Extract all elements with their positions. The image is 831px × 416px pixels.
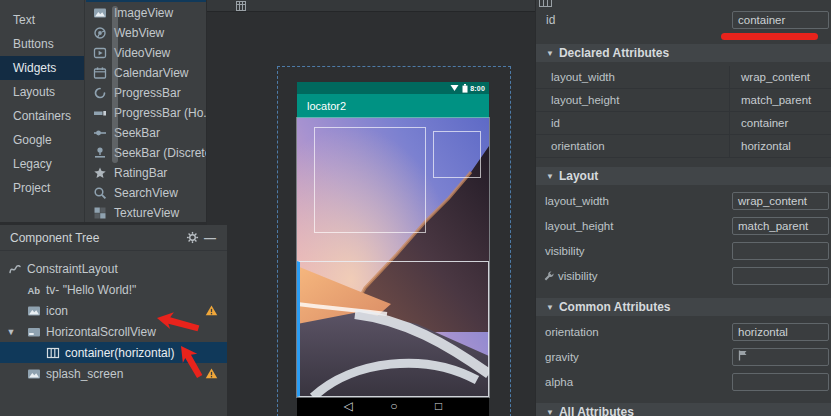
palette-widget-seekbar-discrete[interactable]: SeekBar (Discrete) — [86, 143, 206, 163]
statusbar-time: 8:00 — [470, 85, 485, 92]
red-underline-annotation — [721, 33, 818, 40]
searchview-icon — [93, 186, 107, 200]
app-title: locator2 — [307, 100, 346, 112]
ratingbar-icon — [93, 166, 107, 180]
home-icon: ○ — [390, 397, 397, 416]
device-preview[interactable]: 8:00 locator2 — [297, 82, 489, 416]
section-header[interactable]: ▼Layout — [536, 167, 831, 185]
palette-widget-seekbar[interactable]: SeekBar — [86, 123, 206, 143]
palette-widget-webview[interactable]: WebView — [86, 23, 206, 43]
attribute-input-visibility[interactable] — [732, 267, 829, 285]
attribute-value: wrap_content — [741, 71, 810, 83]
id-input[interactable]: container — [732, 11, 829, 29]
warning-icon[interactable] — [205, 367, 218, 380]
palette-panel: TextButtonsWidgetsLayoutsContainersGoogl… — [0, 0, 207, 222]
attribute-row-layout_width: layout_widthwrap_content — [536, 66, 831, 89]
design-surface[interactable]: 8:00 locator2 — [207, 0, 535, 416]
section-header[interactable]: ▼Declared Attributes — [536, 44, 831, 62]
imageview-content[interactable] — [297, 118, 489, 397]
palette-widget-progressbar-ho[interactable]: ProgressBar (Ho... — [86, 103, 206, 123]
grid-icon[interactable] — [236, 1, 246, 11]
palette-widget-videoview[interactable]: VideoView — [86, 43, 206, 63]
wrench-icon — [543, 270, 555, 282]
horizontalscrollview-icon — [27, 325, 41, 339]
attribute-row-visibility: visibility — [536, 264, 831, 289]
attributes-panel: id container ▼Declared Attributeslayout_… — [535, 0, 831, 416]
attribute-value: horizontal — [741, 140, 791, 152]
component-tree-rows: ConstraintLayoutAbtv- "Hello World!"icon… — [0, 251, 227, 384]
flag-icon[interactable] — [738, 350, 748, 361]
progressbar-horizontal-icon — [93, 106, 107, 120]
palette-category-buttons[interactable]: Buttons — [0, 32, 84, 56]
palette-widget-ratingbar[interactable]: RatingBar — [86, 163, 206, 183]
battery-icon — [462, 84, 468, 93]
section-header[interactable]: ▼Common Attributes — [536, 298, 831, 316]
seekbar-icon — [93, 126, 107, 140]
palette-category-containers[interactable]: Containers — [0, 104, 84, 128]
chevron-down-icon[interactable]: ▼ — [5, 327, 17, 337]
attribute-row-alpha: alpha — [536, 370, 831, 395]
attribute-row-layout_height: layout_heightmatch_parent — [536, 214, 831, 239]
palette-scrollbar[interactable] — [112, 6, 118, 163]
palette-category-google[interactable]: Google — [0, 128, 84, 152]
tree-item-container-horizontal[interactable]: container(horizontal) — [0, 342, 227, 363]
tree-item-splash-screen[interactable]: splash_screen — [0, 363, 227, 384]
minimize-icon[interactable]: — — [201, 230, 219, 246]
tree-item-constraintlayout[interactable]: ConstraintLayout — [0, 258, 227, 279]
attr-section-all-attributes: ▼All Attributes — [536, 403, 831, 416]
palette-scrolled-selection-remnant — [86, 0, 206, 2]
attribute-input-layout_width[interactable]: wrap_content — [732, 192, 829, 210]
palette-category-widgets[interactable]: Widgets — [0, 56, 84, 80]
component-tree-panel: Component Tree — ConstraintLayoutAbtv- "… — [0, 225, 227, 416]
chevron-down-icon: ▼ — [546, 303, 554, 312]
textview-icon: Ab — [27, 283, 41, 297]
palette-widget-searchview[interactable]: SearchView — [86, 183, 206, 203]
attribute-value: match_parent — [741, 94, 811, 106]
id-label: id — [546, 13, 555, 27]
progressbar-icon — [93, 86, 107, 100]
svg-text:Ab: Ab — [28, 284, 41, 295]
gear-icon[interactable] — [183, 230, 201, 246]
device-navbar: ◁ ○ □ — [297, 397, 489, 416]
attribute-row-id: idcontainer — [536, 112, 831, 135]
attribute-input-gravity[interactable] — [732, 348, 829, 366]
selected-container-bounds[interactable] — [297, 261, 489, 397]
warning-icon[interactable] — [205, 304, 218, 317]
child-view-bounds-2[interactable] — [433, 131, 481, 178]
device-appbar: locator2 — [297, 94, 489, 118]
imageview-icon — [27, 304, 41, 318]
attribute-input-layout_height[interactable]: match_parent — [732, 217, 829, 235]
palette-widget-calendarview[interactable]: CalendarView — [86, 63, 206, 83]
calendarview-icon — [93, 66, 107, 80]
palette-categories: TextButtonsWidgetsLayoutsContainersGoogl… — [0, 0, 85, 222]
palette-widget-progressbar[interactable]: ProgressBar — [86, 83, 206, 103]
palette-widget-list: ImageViewWebViewVideoViewCalendarViewPro… — [86, 0, 206, 222]
chevron-down-icon: ▼ — [546, 172, 554, 181]
child-view-bounds-1[interactable] — [314, 127, 426, 233]
videoview-icon — [93, 46, 107, 60]
tree-item-icon[interactable]: icon — [0, 300, 227, 321]
tree-item-tv-hello-world[interactable]: Abtv- "Hello World!" — [0, 279, 227, 300]
attribute-row-gravity: gravity — [536, 345, 831, 370]
palette-widget-imageview[interactable]: ImageView — [86, 3, 206, 23]
attribute-input-alpha[interactable] — [732, 373, 829, 391]
textureview-icon — [93, 206, 107, 220]
section-header[interactable]: ▼All Attributes — [536, 403, 831, 416]
design-toolbar — [207, 0, 535, 12]
palette-category-layouts[interactable]: Layouts — [0, 80, 84, 104]
component-tree-header: Component Tree — — [0, 225, 227, 251]
attr-section-layout: ▼Layoutlayout_widthwrap_contentlayout_he… — [536, 167, 831, 289]
palette-widget-textureview[interactable]: TextureView — [86, 203, 206, 222]
attribute-input-visibility[interactable] — [732, 242, 829, 260]
component-tree-title: Component Tree — [10, 231, 183, 245]
linearlayout-horizontal-icon — [46, 346, 60, 360]
palette-category-legacy[interactable]: Legacy — [0, 152, 84, 176]
device-statusbar: 8:00 — [297, 82, 489, 94]
tree-item-horizontalscrollview[interactable]: ▼HorizontalScrollView — [0, 321, 227, 342]
attr-section-common-attributes: ▼Common Attributesorientationhorizontalg… — [536, 298, 831, 395]
wifi-icon — [450, 84, 459, 92]
recents-icon: □ — [435, 397, 442, 416]
attribute-input-orientation[interactable]: horizontal — [732, 323, 829, 341]
palette-category-project[interactable]: Project — [0, 176, 84, 200]
palette-category-text[interactable]: Text — [0, 8, 84, 32]
